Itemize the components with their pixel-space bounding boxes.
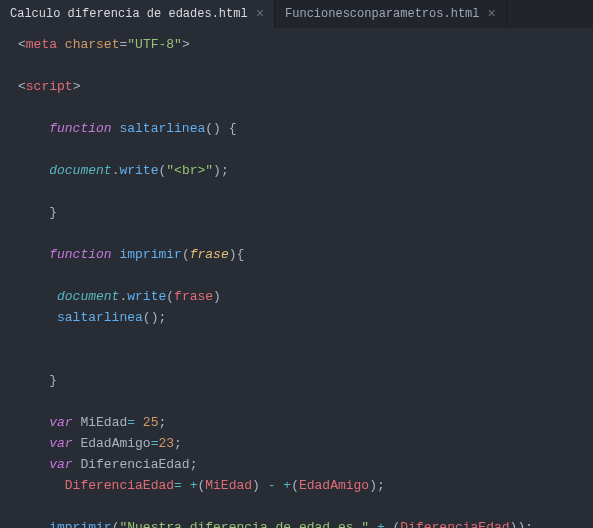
code-line: <script> [18,76,593,97]
code-line: var EdadAmigo=23; [18,433,593,454]
code-line [18,391,593,412]
code-line: saltarlinea(); [18,307,593,328]
code-line: } [18,202,593,223]
close-icon[interactable]: × [487,7,495,21]
code-line: } [18,370,593,391]
code-line: document.write("<br>"); [18,160,593,181]
code-editor[interactable]: <meta charset="UTF-8"> <script> function… [0,28,593,528]
code-line: <meta charset="UTF-8"> [18,34,593,55]
code-line [18,496,593,517]
code-line: var DiferenciaEdad; [18,454,593,475]
code-line [18,349,593,370]
code-line [18,139,593,160]
tab-funciones[interactable]: Funcionesconparametros.html × [275,0,507,28]
code-line [18,181,593,202]
code-line: DiferenciaEdad= +(MiEdad) - +(EdadAmigo)… [18,475,593,496]
code-line: document.write(frase) [18,286,593,307]
code-line [18,97,593,118]
code-line [18,328,593,349]
code-line: imprimir("Nuestra diferencia de edad es … [18,517,593,528]
tab-label: Calculo diferencia de edades.html [10,7,248,21]
tab-calculo[interactable]: Calculo diferencia de edades.html × [0,0,275,28]
code-line [18,223,593,244]
tab-bar: Calculo diferencia de edades.html × Func… [0,0,593,28]
close-icon[interactable]: × [256,7,264,21]
code-line: var MiEdad= 25; [18,412,593,433]
tab-label: Funcionesconparametros.html [285,7,479,21]
code-line [18,55,593,76]
code-line [18,265,593,286]
code-line: function saltarlinea() { [18,118,593,139]
code-line: function imprimir(frase){ [18,244,593,265]
